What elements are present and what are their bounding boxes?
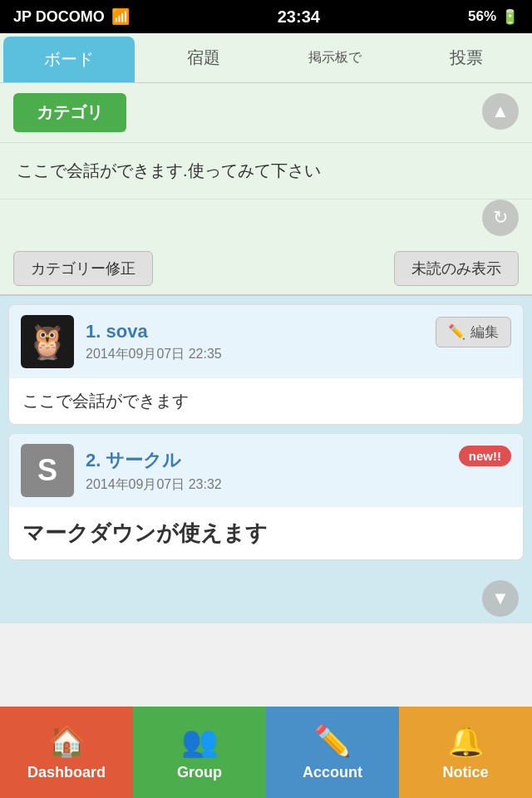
post-header-1: 🦉 1. sova 2014年09月07日 22:35 ✏️ 編集 xyxy=(9,305,523,378)
action-bar: カテゴリー修正 未読のみ表示 xyxy=(0,243,532,296)
post-new-badge-2: new!! xyxy=(459,446,511,466)
bottom-nav-account[interactable]: ✏️ Account xyxy=(266,707,399,798)
tab-homework[interactable]: 宿題 xyxy=(138,33,269,82)
post-avatar-2: S xyxy=(21,444,74,497)
post-author-2: 2. サークル xyxy=(86,448,511,473)
tab-bulletin[interactable]: 掲示板で xyxy=(269,33,401,82)
info-box: ここで会話ができます.使ってみて下さい xyxy=(0,142,532,200)
unread-filter-button[interactable]: 未読のみ表示 xyxy=(394,251,519,286)
account-icon: ✏️ xyxy=(314,724,352,759)
notice-icon: 🔔 xyxy=(447,724,485,759)
bottom-navigation: 🏠 Dashboard 👥 Group ✏️ Account 🔔 Notice xyxy=(0,707,532,798)
carrier: JP DOCOMO xyxy=(13,8,105,26)
scroll-up-button[interactable]: ▲ xyxy=(482,93,519,130)
tab-vote[interactable]: 投票 xyxy=(401,33,532,82)
account-label: Account xyxy=(303,764,362,781)
time: 23:34 xyxy=(278,7,320,27)
post-card-2: S 2. サークル 2014年09月07日 23:32 new!! マークダウン… xyxy=(8,433,524,560)
tab-board[interactable]: ボード xyxy=(3,37,135,82)
battery-percent: 56% xyxy=(468,8,496,25)
dashboard-icon: 🏠 xyxy=(48,724,86,759)
category-bar: カテゴリ ▲ xyxy=(0,83,532,142)
dashboard-label: Dashboard xyxy=(27,764,106,781)
battery-icon: 🔋 xyxy=(501,8,519,26)
group-icon: 👥 xyxy=(181,724,219,759)
tab-navigation: ボード 宿題 掲示板で 投票 xyxy=(0,33,532,83)
post-content-2: マークダウンが使えます xyxy=(9,507,523,559)
refresh-area: ↻ xyxy=(0,200,532,243)
post-edit-button-1[interactable]: ✏️ 編集 xyxy=(436,317,511,347)
status-bar: JP DOCOMO 📶 23:34 56% 🔋 xyxy=(0,0,532,33)
scroll-down-button[interactable]: ▼ xyxy=(482,580,519,617)
posts-area: 🦉 1. sova 2014年09月07日 22:35 ✏️ 編集 ここで会話が… xyxy=(0,296,532,577)
wifi-icon: 📶 xyxy=(111,7,130,26)
category-button[interactable]: カテゴリ xyxy=(13,93,126,132)
post-header-2: S 2. サークル 2014年09月07日 23:32 new!! xyxy=(9,434,523,507)
bottom-nav-group[interactable]: 👥 Group xyxy=(133,707,266,798)
post-meta-2: 2. サークル 2014年09月07日 23:32 xyxy=(86,448,511,494)
refresh-button[interactable]: ↻ xyxy=(482,200,519,236)
carrier-info: JP DOCOMO 📶 xyxy=(13,7,130,26)
edit-icon: ✏️ xyxy=(448,323,466,341)
scroll-down-area: ▼ xyxy=(0,577,532,623)
bottom-nav-dashboard[interactable]: 🏠 Dashboard xyxy=(0,707,133,798)
group-label: Group xyxy=(177,764,222,781)
bottom-nav-notice[interactable]: 🔔 Notice xyxy=(399,707,532,798)
post-date-1: 2014年09月07日 22:35 xyxy=(86,346,511,363)
battery-info: 56% 🔋 xyxy=(468,8,519,26)
post-content-1: ここで会話ができます xyxy=(9,378,523,424)
info-text: ここで会話ができます.使ってみて下さい xyxy=(17,161,321,180)
notice-label: Notice xyxy=(442,764,488,781)
post-card-1: 🦉 1. sova 2014年09月07日 22:35 ✏️ 編集 ここで会話が… xyxy=(8,304,524,425)
category-edit-button[interactable]: カテゴリー修正 xyxy=(13,251,153,286)
post-date-2: 2014年09月07日 23:32 xyxy=(86,476,511,494)
post-avatar-1: 🦉 xyxy=(21,315,74,368)
